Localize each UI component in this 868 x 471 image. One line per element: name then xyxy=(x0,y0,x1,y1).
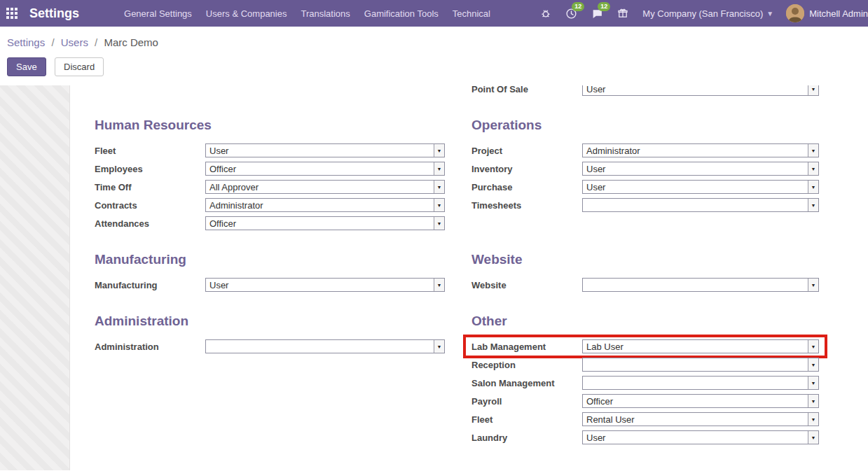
field-row-point-of-sale: Point Of Sale User ▼ xyxy=(471,85,819,98)
lab-management-select[interactable]: Lab User ▼ xyxy=(582,339,819,353)
apps-menu-icon[interactable] xyxy=(0,0,24,27)
field-row-inventory: Inventory User ▼ xyxy=(471,160,819,178)
point-of-sale-select[interactable]: User ▼ xyxy=(582,85,819,96)
dropdown-arrow-icon: ▼ xyxy=(434,279,444,291)
field-row-reception: Reception ▼ xyxy=(471,356,819,374)
field-row-attendances: Attendances Officer ▼ xyxy=(95,214,445,232)
field-label: Employees xyxy=(95,164,205,174)
field-row-laundry: Laundry User ▼ xyxy=(471,428,819,447)
dropdown-arrow-icon: ▼ xyxy=(808,144,818,157)
field-row-administration: Administration ▼ xyxy=(95,337,445,356)
user-name: Mitchell Admin xyxy=(809,8,868,19)
discard-button[interactable]: Discard xyxy=(55,57,104,76)
fleet-select[interactable]: User ▼ xyxy=(205,143,445,157)
field-label: Website xyxy=(471,280,582,290)
breadcrumb-users[interactable]: Users xyxy=(61,36,88,48)
navbar-right: 12 12 My Company (San Francisco) ▼ Mitch… xyxy=(533,0,868,27)
menu-users-companies[interactable]: Users & Companies xyxy=(199,1,294,27)
menu-general-settings[interactable]: General Settings xyxy=(117,1,199,27)
attendances-select[interactable]: Officer ▼ xyxy=(205,216,445,230)
grid-icon xyxy=(6,8,18,19)
dropdown-arrow-icon: ▼ xyxy=(808,181,818,193)
field-label: Point Of Sale xyxy=(471,85,582,94)
contracts-select[interactable]: Administrator ▼ xyxy=(205,198,445,212)
salon-management-select[interactable]: ▼ xyxy=(582,376,819,390)
field-label: Payroll xyxy=(471,396,582,407)
app-title: Settings xyxy=(29,6,79,21)
administration-select[interactable]: ▼ xyxy=(205,339,445,353)
breadcrumb-current: Marc Demo xyxy=(104,36,158,48)
messages-chat-icon[interactable]: 12 xyxy=(584,0,610,27)
fleet-other-select[interactable]: Rental User ▼ xyxy=(582,412,819,426)
form-right-column: Point Of Sale User ▼ Operations Project … xyxy=(471,85,819,447)
user-menu[interactable]: Mitchell Admin xyxy=(780,4,868,22)
section-title-other: Other xyxy=(471,314,819,329)
dropdown-arrow-icon: ▼ xyxy=(808,413,818,426)
employees-select[interactable]: Officer ▼ xyxy=(205,162,445,176)
field-row-lab-management: Lab Management Lab User ▼ xyxy=(466,337,825,356)
inventory-select[interactable]: User ▼ xyxy=(582,162,819,176)
dropdown-arrow-icon: ▼ xyxy=(808,377,818,389)
dropdown-arrow-icon: ▼ xyxy=(434,144,444,157)
laundry-select[interactable]: User ▼ xyxy=(582,430,819,444)
debug-bug-icon[interactable] xyxy=(533,0,558,27)
company-switcher[interactable]: My Company (San Francisco) ▼ xyxy=(635,8,780,19)
field-label: Administration xyxy=(95,342,205,352)
field-row-salon-management: Salon Management ▼ xyxy=(471,374,819,392)
dropdown-arrow-icon: ▼ xyxy=(808,199,818,211)
field-row-employees: Employees Officer ▼ xyxy=(95,160,445,178)
dropdown-arrow-icon: ▼ xyxy=(808,162,818,175)
dropdown-arrow-icon: ▼ xyxy=(808,358,818,371)
form-left-column: Human Resources Fleet User ▼ Employees O… xyxy=(95,85,445,447)
rewards-gift-icon[interactable] xyxy=(610,0,635,27)
field-label: Purchase xyxy=(471,182,582,192)
menu-technical[interactable]: Technical xyxy=(446,1,497,27)
field-row-time-off: Time Off All Approver ▼ xyxy=(95,178,445,196)
payroll-select[interactable]: Officer ▼ xyxy=(582,394,819,408)
field-row-website: Website ▼ xyxy=(471,276,819,294)
field-label: Time Off xyxy=(95,182,205,192)
dropdown-arrow-icon: ▼ xyxy=(434,181,444,193)
form-scroll-area[interactable]: Human Resources Fleet User ▼ Employees O… xyxy=(0,85,868,470)
website-select[interactable]: ▼ xyxy=(582,278,819,292)
menu-gamification-tools[interactable]: Gamification Tools xyxy=(357,1,446,27)
dropdown-arrow-icon: ▼ xyxy=(434,217,444,230)
field-label: Inventory xyxy=(471,164,582,174)
timesheets-select[interactable]: ▼ xyxy=(582,198,819,212)
save-button[interactable]: Save xyxy=(7,57,46,76)
breadcrumb: Settings / Users / Marc Demo xyxy=(7,36,868,48)
sheet-background xyxy=(0,85,70,470)
dropdown-arrow-icon: ▼ xyxy=(434,162,444,175)
field-row-project: Project Administrator ▼ xyxy=(471,141,819,160)
section-title-website: Website xyxy=(471,252,819,267)
breadcrumb-settings[interactable]: Settings xyxy=(7,36,45,48)
form-sheet: Human Resources Fleet User ▼ Employees O… xyxy=(71,85,868,447)
dropdown-arrow-icon: ▼ xyxy=(808,395,818,407)
time-off-select[interactable]: All Approver ▼ xyxy=(205,180,445,194)
section-title-manufacturing: Manufacturing xyxy=(95,252,445,267)
field-label: Timesheets xyxy=(471,200,582,211)
field-row-fleet-other: Fleet Rental User ▼ xyxy=(471,410,819,428)
section-title-human-resources: Human Resources xyxy=(95,118,445,133)
reception-select[interactable]: ▼ xyxy=(582,358,819,372)
dropdown-arrow-icon: ▼ xyxy=(434,199,444,211)
company-name: My Company (San Francisco) xyxy=(642,8,763,19)
field-row-fleet: Fleet User ▼ xyxy=(95,141,445,160)
field-label: Fleet xyxy=(95,146,205,156)
messages-badge: 12 xyxy=(598,2,610,11)
menu-translations[interactable]: Translations xyxy=(294,1,357,27)
avatar xyxy=(786,4,804,22)
field-row-contracts: Contracts Administrator ▼ xyxy=(95,196,445,214)
manufacturing-select[interactable]: User ▼ xyxy=(205,278,445,292)
breadcrumb-separator: / xyxy=(51,36,54,48)
section-title-administration: Administration xyxy=(95,314,445,329)
top-navbar: Settings General Settings Users & Compan… xyxy=(0,0,868,27)
field-label: Laundry xyxy=(471,433,582,443)
dropdown-arrow-icon: ▼ xyxy=(808,85,818,95)
nav-menu: General Settings Users & Companies Trans… xyxy=(117,1,497,27)
form-buttons: Save Discard xyxy=(7,57,868,76)
activities-clock-icon[interactable]: 12 xyxy=(558,0,584,27)
purchase-select[interactable]: User ▼ xyxy=(582,180,819,194)
project-select[interactable]: Administrator ▼ xyxy=(582,143,819,157)
field-label: Salon Management xyxy=(471,378,582,388)
